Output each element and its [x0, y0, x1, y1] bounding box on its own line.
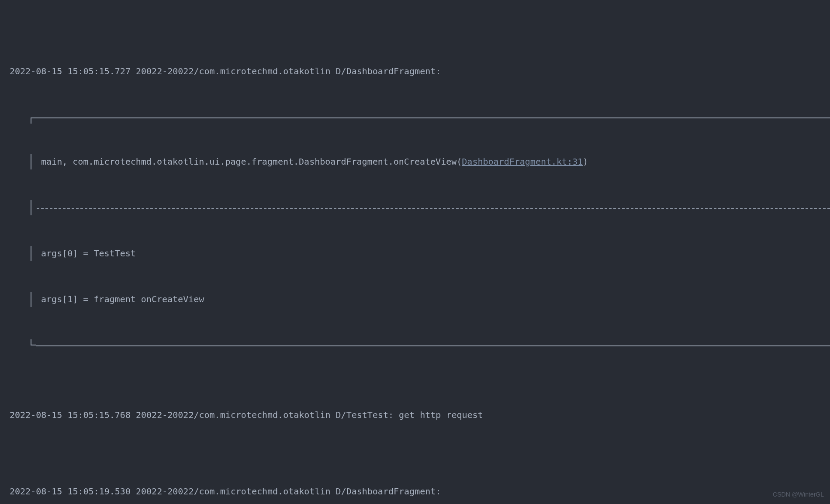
arg1-text: args[1] = fragment onCreateView	[36, 292, 204, 307]
arg0-text: args[0] = TestTest	[36, 246, 136, 261]
logcat-output[interactable]: 2022-08-15 15:05:15.727 20022-20022/com.…	[0, 0, 830, 504]
log-line-arg1: args[1] = fragment onCreateView	[10, 292, 830, 307]
log-line-header: 2022-08-15 15:05:15.727 20022-20022/com.…	[10, 64, 830, 79]
log-line-trailer: 2022-08-15 15:05:15.768 20022-20022/com.…	[10, 407, 830, 423]
box-border-top	[10, 110, 830, 124]
thread-info: main, com.microtechmd.otakotlin.ui.page.…	[36, 154, 462, 169]
box-border-mid	[10, 200, 830, 215]
log-line-arg0: args[0] = TestTest	[10, 246, 830, 261]
source-link[interactable]: DashboardFragment.kt:31	[462, 154, 583, 169]
log-line-thread: main, com.microtechmd.otakotlin.ui.page.…	[10, 154, 830, 169]
log-line-header: 2022-08-15 15:05:19.530 20022-20022/com.…	[10, 484, 830, 499]
watermark: CSDN @WinterGL	[773, 489, 824, 500]
box-border-bottom	[10, 338, 830, 346]
thread-suffix: )	[583, 154, 588, 169]
